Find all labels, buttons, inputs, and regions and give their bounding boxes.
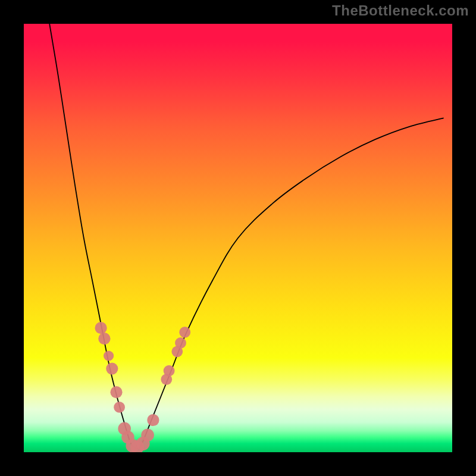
marker-dot bbox=[104, 350, 114, 361]
highlighted-points bbox=[95, 322, 191, 452]
marker-dot bbox=[147, 414, 159, 426]
marker-dot bbox=[164, 365, 175, 377]
marker-dot bbox=[114, 402, 125, 413]
marker-dot bbox=[98, 333, 110, 345]
marker-dot bbox=[175, 337, 186, 349]
marker-dot bbox=[95, 322, 107, 334]
plot-area bbox=[24, 24, 452, 452]
chart-frame: TheBottleneck.com bbox=[0, 0, 476, 476]
marker-dot bbox=[179, 327, 190, 338]
marker-dot bbox=[110, 386, 122, 398]
marker-dot bbox=[106, 363, 118, 375]
marker-dot bbox=[141, 428, 154, 441]
watermark-text: TheBottleneck.com bbox=[332, 2, 469, 19]
dots-layer bbox=[24, 24, 452, 452]
